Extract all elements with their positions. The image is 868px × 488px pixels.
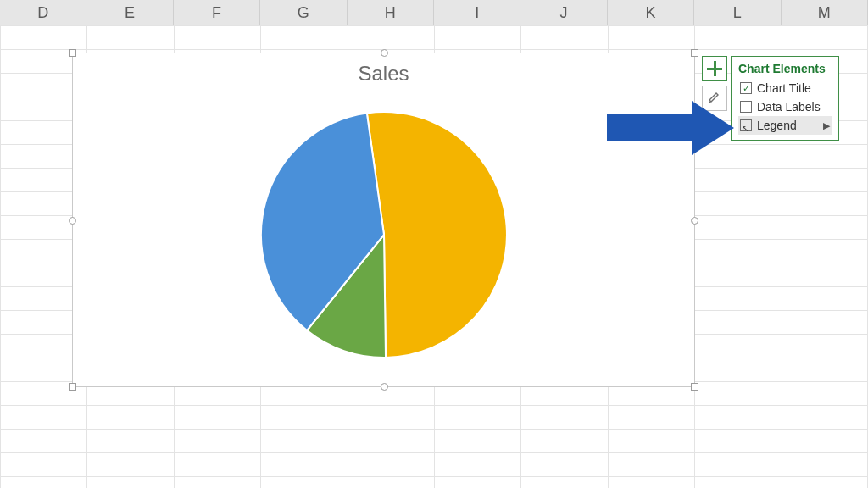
column-headers: D E F G H I J K L M xyxy=(0,0,868,26)
resize-handle[interactable] xyxy=(381,49,388,57)
resize-handle[interactable] xyxy=(691,49,698,57)
column-header[interactable]: I xyxy=(434,0,520,25)
resize-handle[interactable] xyxy=(69,217,76,225)
chevron-right-icon[interactable]: ▶ xyxy=(818,118,830,133)
chart-elements-popup-title: Chart Elements xyxy=(738,62,832,75)
plus-icon xyxy=(707,61,722,76)
cursor-icon: ↖ xyxy=(742,121,748,136)
checkbox-icon[interactable] xyxy=(740,101,752,113)
pie-slice[interactable] xyxy=(366,112,506,358)
annotation-arrow xyxy=(607,101,734,155)
column-header[interactable]: K xyxy=(608,0,694,25)
chart-elements-item-legend[interactable]: ↖ Legend ▶ xyxy=(738,116,832,135)
chart-elements-popup[interactable]: Chart Elements Chart Title Data Labels ↖… xyxy=(731,56,839,141)
column-header[interactable]: L xyxy=(694,0,781,25)
svg-marker-0 xyxy=(607,101,734,155)
resize-handle[interactable] xyxy=(691,217,698,225)
resize-handle[interactable] xyxy=(691,383,698,391)
pie-chart-container[interactable]: Sales xyxy=(72,53,695,387)
column-header[interactable]: F xyxy=(174,0,260,25)
chart-elements-button[interactable] xyxy=(702,56,727,81)
column-header[interactable]: D xyxy=(0,0,86,25)
chart-elements-item-label: Data Labels xyxy=(757,99,821,114)
column-header[interactable]: G xyxy=(260,0,347,25)
column-header[interactable]: M xyxy=(782,0,868,25)
chart-elements-item-label: Legend xyxy=(757,118,797,133)
chart-elements-item-data-labels[interactable]: Data Labels xyxy=(738,97,832,116)
resize-handle[interactable] xyxy=(381,383,388,391)
pie-chart[interactable] xyxy=(257,108,511,365)
chart-elements-item-label: Chart Title xyxy=(757,80,811,96)
resize-handle[interactable] xyxy=(69,49,76,57)
checkbox-icon[interactable]: ↖ xyxy=(740,119,752,131)
resize-handle[interactable] xyxy=(69,383,76,391)
chart-title[interactable]: Sales xyxy=(73,62,694,86)
column-header[interactable]: E xyxy=(86,0,173,25)
column-header[interactable]: H xyxy=(348,0,434,25)
checkbox-icon[interactable] xyxy=(740,82,752,94)
column-header[interactable]: J xyxy=(520,0,607,25)
chart-elements-item-chart-title[interactable]: Chart Title xyxy=(738,79,832,97)
